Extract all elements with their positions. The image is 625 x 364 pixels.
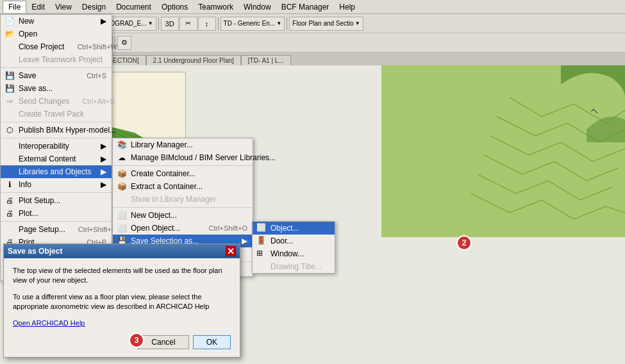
save-shortcut: Ctrl+S [74,72,106,79]
sub-sep1 [113,165,253,166]
plot-icon: 🖨 [4,208,15,219]
menu-options[interactable]: Options [156,1,193,13]
dialog-title: Save as Object [8,247,62,256]
file-menu-info[interactable]: ℹ Info ▶ [1,178,112,191]
save-as-object[interactable]: ⬜ Object... [253,222,335,235]
save-as-door[interactable]: 🚪 Door... [253,235,335,247]
file-menu-external-content[interactable]: External Content ▶ [1,153,112,165]
toolbar-dropdown-td[interactable]: TD - Generic En... ▼ [221,17,285,31]
toolbar-btn-elev[interactable]: ↕ [198,17,216,31]
new-object-icon: ⬜ [117,210,127,220]
tab-td[interactable]: [TD- A1 | L... [241,55,291,65]
toolbar-dropdown-floor[interactable]: Floor Plan and Sectio ▼ [289,17,363,31]
file-menu-save-as[interactable]: 💾 Save as... [1,82,112,95]
file-menu-close[interactable]: Close Project Ctrl+Shift+W [1,40,112,53]
file-menu-open[interactable]: 📂 Open [1,28,112,40]
close-shortcut: Ctrl+Shift+W [64,43,117,51]
save-as-drawing-title: Drawing Title... [253,260,335,273]
open-obj-shortcut: Ctrl+Shift+O [196,224,247,232]
step-3-circle: 3 [129,333,144,348]
dialog-help-link[interactable]: Open ARCHICAD Help [13,319,85,327]
file-menu-leave-teamwork: Leave Teamwork Project [1,53,112,66]
menu-bcf[interactable]: BCF Manager [276,1,335,13]
page-setup-shortcut: Ctrl+Shift+P [65,226,116,233]
file-menu-plot[interactable]: 🖨 Plot... [1,207,112,220]
file-menu-page-setup[interactable]: Page Setup... Ctrl+Shift+P [1,223,112,236]
submenu-extract-container[interactable]: 📦 Extract a Container... [113,180,253,193]
file-menu-bimx[interactable]: ⬡ Publish BIMx Hyper-model... [1,124,112,136]
toolbar-btn-settings[interactable]: ⚙ [117,36,131,50]
toolbar-btn-3d[interactable]: 3D [161,17,179,31]
menu-view[interactable]: View [50,1,77,13]
save-as-window[interactable]: ⊞ Window... [253,247,335,260]
plot-setup-icon: 🖨 [4,195,15,206]
chevron-down-icon2: ▼ [276,21,281,26]
open-object-icon: ⬜ [117,223,127,233]
menu-window[interactable]: Window [238,1,276,13]
show-library-icon [117,194,127,204]
file-menu-send-changes: ⇒ Send Changes Ctrl+Alt+S [1,95,112,108]
file-menu-travel-pack: Create Travel Pack [1,108,112,120]
save-selection-arrow-icon: ▶ [242,236,247,245]
travel-icon [4,109,15,119]
menu-sep3 [1,138,112,138]
file-menu-save[interactable]: 💾 Save Ctrl+S [1,69,112,82]
sub-sep2 [113,207,253,208]
file-menu-new[interactable]: 📄 New ▶ [1,15,112,28]
toolbar-dropdown-td-text: TD - Generic En... [224,20,276,27]
menu-document[interactable]: Document [111,1,156,13]
submenu-show-library: Show in Library Manager [113,193,253,206]
toolbar-sep3 [158,17,159,30]
submenu-create-container[interactable]: 📦 Create Container... [113,167,253,180]
menu-file[interactable]: File [3,1,26,13]
file-menu-interoperability[interactable]: Interoperability ▶ [1,140,112,153]
submenu-manage-bimcloud[interactable]: ☁ Manage BIMcloud / BIM Server Libraries… [113,151,253,164]
object-icon: ⬜ [256,223,267,233]
libraries-icon [4,167,15,177]
drawing-title-icon [256,261,267,272]
dialog-body: The top view of the selected elements wi… [4,258,240,357]
menu-sep4 [1,192,112,193]
save-icon: 💾 [4,70,15,81]
submenu-new-object[interactable]: ⬜ New Object... [113,209,253,222]
close-proj-icon [4,42,15,52]
open-icon: 📂 [4,29,15,39]
menu-teamwork[interactable]: Teamwork [193,1,238,13]
dialog-cancel-button[interactable]: Cancel [138,335,188,349]
library-manager-icon: 📚 [117,140,127,150]
send-shortcut: Ctrl+Alt+S [69,97,114,105]
menu-design[interactable]: Design [77,1,111,13]
toolbar-sep5 [287,17,287,30]
interop-icon [4,141,15,151]
external-icon [4,154,15,164]
svg-rect-6 [381,65,625,237]
info-icon: ℹ [4,179,15,190]
save-selection-submenu: ⬜ Object... 🚪 Door... ⊞ Window... Drawin… [252,221,335,274]
extract-container-icon: 📦 [117,181,127,192]
page-setup-icon [4,224,15,235]
menu-sep5 [1,221,112,222]
app-container: File Edit View Design Document Options T… [0,0,625,364]
arrow-icon: ▶ [101,17,106,26]
menu-help[interactable]: Help [334,1,360,13]
file-menu-dropdown: 📄 New ▶ 📂 Open Close Project Ctrl+Shift+… [0,14,112,281]
dialog-buttons: Cancel OK [13,335,231,349]
menu-edit[interactable]: Edit [26,1,50,13]
info-arrow-icon: ▶ [101,180,106,189]
menu-sep2 [1,122,112,122]
dialog-close-button[interactable]: ✕ [226,246,236,256]
file-menu-libraries[interactable]: Libraries and Objects ▶ [1,165,112,178]
save-as-object-dialog: Save as Object ✕ The top view of the sel… [3,244,240,358]
right-landscape-svg [381,65,625,237]
submenu-open-object[interactable]: ⬜ Open Object... Ctrl+Shift+O [113,222,253,235]
tab-underground[interactable]: 2.1 Underground Floor Plan] [146,55,241,65]
submenu-library-manager[interactable]: 📚 Library Manager... [113,138,253,151]
bimx-icon: ⬡ [4,125,15,135]
bimcloud-icon: ☁ [117,153,127,163]
file-menu-plot-setup[interactable]: 🖨 Plot Setup... [1,194,112,207]
dialog-titlebar: Save as Object ✕ [4,244,240,258]
toolbar-btn-section[interactable]: ✂ [179,17,197,31]
dialog-ok-button[interactable]: OK [193,335,231,349]
send-icon: ⇒ [4,96,15,106]
interop-arrow-icon: ▶ [101,142,106,151]
